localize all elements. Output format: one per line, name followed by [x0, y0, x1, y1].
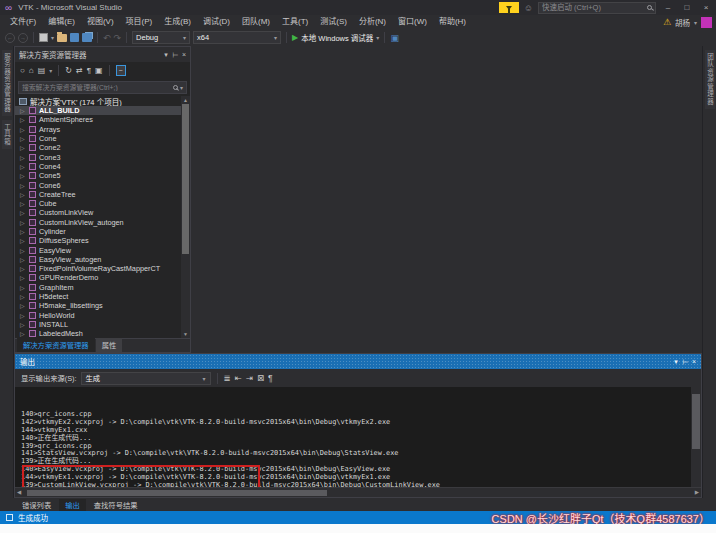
tree-item[interactable]: ▷ FixedPointVolumeRayCastMapperCT [15, 264, 181, 273]
menu-item[interactable]: 项目(P) [120, 15, 159, 29]
tree-item[interactable]: ▷ ALL_BUILD [15, 106, 181, 115]
tab-find-symbol-results[interactable]: 查找符号结果 [88, 499, 144, 511]
redo-icon[interactable]: ↷ [114, 33, 122, 43]
menu-item[interactable]: 生成(B) [158, 15, 197, 29]
tree-item[interactable]: ▷ CustomLinkView [15, 208, 181, 217]
window-position-icon[interactable]: ▾ [674, 358, 678, 366]
sync-with-active-document-icon[interactable]: ⇄ [76, 66, 83, 75]
menu-item[interactable]: 分析(N) [353, 15, 392, 29]
menu-item[interactable]: 视图(V) [81, 15, 120, 29]
expand-arrow-icon[interactable]: ▷ [20, 256, 26, 263]
tree-item[interactable]: ▷ Cube [15, 199, 181, 208]
solution-tree[interactable]: ▷ ALL_BUILD ▷ AmbientSpheres ▷ Arrays ▷ [15, 106, 181, 338]
tree-item[interactable]: ▷ Cone6 [15, 180, 181, 189]
menu-item[interactable]: 测试(S) [314, 15, 353, 29]
expand-arrow-icon[interactable]: ▷ [20, 126, 26, 133]
window-position-icon[interactable]: ▾ [164, 51, 168, 59]
pin-icon[interactable]: ⊥ [171, 51, 179, 57]
tree-item[interactable]: ▷ CustomLinkView_autogen [15, 218, 181, 227]
chevron-down-icon[interactable]: ▾ [51, 34, 54, 41]
server-explorer-vertical-tab[interactable]: 服务器资源管理器 [2, 50, 12, 116]
tree-item[interactable]: ▷ Arrays [15, 125, 181, 134]
tree-item[interactable]: ▷ CreateTree [15, 190, 181, 199]
tree-item[interactable]: ▷ H5detect [15, 292, 181, 301]
solution-configuration-dropdown[interactable]: Debug ▾ [132, 31, 190, 44]
previous-message-icon[interactable]: ⇤ [235, 373, 242, 383]
attach-icon[interactable]: ▣ [390, 33, 399, 43]
solution-platform-dropdown[interactable]: x64 ▾ [193, 31, 281, 44]
navigate-back-icon[interactable]: ← [5, 33, 15, 43]
tree-vertical-scrollbar[interactable]: ▲ ▼ [181, 96, 190, 338]
tree-item[interactable]: ▷ EasyView_autogen [15, 255, 181, 264]
tree-item[interactable]: ▷ Cylinder [15, 227, 181, 236]
tab-error-list[interactable]: 错误列表 [16, 499, 57, 511]
tree-item[interactable]: ▷ GPURenderDemo [15, 273, 181, 282]
save-all-icon[interactable] [82, 33, 92, 42]
tree-item[interactable]: ▷ Cone3 [15, 152, 181, 161]
expand-arrow-icon[interactable]: ▷ [20, 163, 26, 170]
solution-search-input[interactable] [22, 84, 171, 91]
tree-item[interactable]: ▷ Cone2 [15, 143, 181, 152]
output-horizontal-scrollbar[interactable]: ◀ ▶ [15, 487, 701, 497]
expand-arrow-icon[interactable]: ▷ [20, 228, 26, 235]
scrollbar-thumb[interactable] [692, 394, 700, 449]
expand-arrow-icon[interactable]: ▷ [20, 219, 26, 226]
scroll-left-icon[interactable]: ◀ [17, 489, 21, 495]
expand-arrow-icon[interactable]: ▷ [20, 116, 26, 123]
show-all-files-icon[interactable]: ¶ [87, 66, 91, 75]
close-icon[interactable]: × [182, 51, 186, 58]
tree-item[interactable]: ▷ INSTALL [15, 320, 181, 329]
signed-in-user[interactable]: 胡杨 [675, 17, 690, 28]
start-debugging-button[interactable]: ▶ 本地 Windows 调试器 ▾ [292, 32, 379, 43]
menu-item[interactable]: 调试(D) [197, 15, 236, 29]
expand-arrow-icon[interactable]: ▷ [20, 293, 26, 300]
tree-item[interactable]: ▷ EasyView [15, 245, 181, 254]
tree-item[interactable]: ▷ Cone5 [15, 171, 181, 180]
open-file-icon[interactable] [57, 34, 67, 42]
expand-arrow-icon[interactable]: ▷ [20, 321, 26, 328]
close-icon[interactable]: × [692, 358, 696, 365]
save-icon[interactable] [70, 33, 79, 42]
output-vertical-scrollbar[interactable] [691, 387, 701, 487]
solution-explorer-header[interactable]: 解决方案资源管理器 ▾ ⊥ × [15, 47, 190, 62]
tree-item[interactable]: ▷ AmbientSpheres [15, 115, 181, 124]
menu-item[interactable]: 编辑(E) [42, 15, 81, 29]
quick-launch-box[interactable] [538, 2, 656, 14]
chevron-down-icon[interactable]: ▾ [694, 19, 697, 26]
scroll-right-icon[interactable]: ▶ [695, 489, 699, 495]
chevron-down-icon[interactable]: ▾ [180, 84, 183, 91]
team-explorer-vertical-tab[interactable]: 团队资源管理器 [705, 50, 715, 109]
scroll-up-icon[interactable]: ▲ [181, 97, 190, 103]
avatar[interactable] [701, 17, 712, 28]
expand-arrow-icon[interactable]: ▷ [20, 144, 26, 151]
tree-item[interactable]: ▷ HelloWorld [15, 311, 181, 320]
expand-arrow-icon[interactable]: ▷ [20, 265, 26, 272]
solution-search-box[interactable]: ▾ [18, 81, 187, 94]
switch-views-icon[interactable]: ▤ [38, 66, 46, 75]
tree-item[interactable]: ▷ Cone [15, 134, 181, 143]
menu-item[interactable]: 文件(F) [4, 15, 42, 29]
undo-icon[interactable]: ↶ [103, 33, 111, 43]
expand-arrow-icon[interactable]: ▷ [20, 172, 26, 179]
expand-arrow-icon[interactable]: ▷ [20, 200, 26, 207]
tree-item[interactable]: ▷ LabeledMesh [15, 329, 181, 338]
tab-properties[interactable]: 属性 [96, 338, 123, 352]
tree-item[interactable]: ▷ H5make_libsettings [15, 301, 181, 310]
warning-icon[interactable]: ⚠ [663, 17, 671, 27]
home-icon[interactable]: ⌂ [29, 66, 34, 75]
tree-item[interactable]: ▷ Cone4 [15, 162, 181, 171]
output-title-bar[interactable]: 输出 ▾ ⊥ × [15, 354, 701, 369]
expand-arrow-icon[interactable]: ▷ [20, 237, 26, 244]
find-message-icon[interactable]: ≣ [224, 373, 231, 383]
tab-output[interactable]: 输出 [59, 499, 86, 511]
quick-launch-input[interactable] [542, 3, 647, 12]
menu-item[interactable]: 工具(T) [276, 15, 314, 29]
output-content-area[interactable]: 140>qrc_icons.cpp142>vtkmyEx2.vcxproj ->… [15, 387, 701, 487]
new-project-icon[interactable] [39, 33, 48, 42]
back-icon[interactable]: ○ [20, 66, 25, 75]
send-feedback-icon[interactable]: ☺ [524, 3, 533, 13]
expand-arrow-icon[interactable]: ▷ [20, 274, 26, 281]
expand-arrow-icon[interactable]: ▷ [20, 107, 26, 114]
properties-icon[interactable]: ▣ [95, 66, 103, 75]
pin-icon[interactable]: ⊥ [681, 358, 689, 364]
